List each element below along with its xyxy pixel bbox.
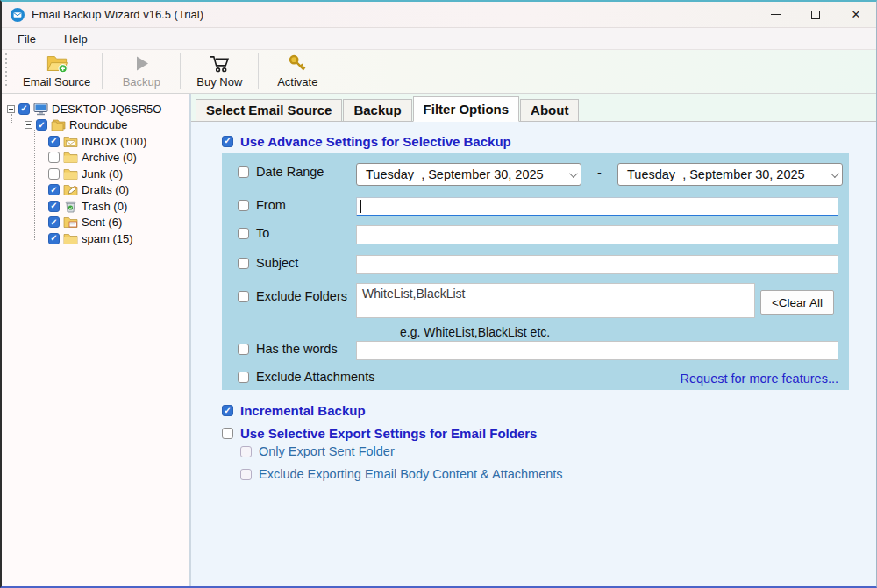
folder-icon	[63, 232, 78, 245]
tree-folder-row[interactable]: Trash (0)	[48, 198, 189, 215]
date-range-separator: -	[597, 166, 602, 180]
exclude-body-label: Exclude Exporting Email Body Content & A…	[259, 467, 563, 481]
to-input[interactable]	[356, 225, 838, 244]
has-words-checkbox[interactable]	[238, 344, 249, 355]
date-from-dropdown[interactable]: Tuesday , September 30, 2025	[356, 163, 581, 186]
folder-label[interactable]: INBOX (100)	[82, 135, 146, 148]
toolbar-grip	[4, 53, 11, 89]
date-to-dropdown[interactable]: Tuesday , September 30, 2025	[617, 163, 843, 186]
tree-folder-row[interactable]: Drafts (0)	[48, 182, 189, 199]
toolbar: Email Source Backup Buy Now Activate	[2, 50, 876, 94]
tab-filter-options[interactable]: Filter Options	[413, 96, 520, 122]
folder-label[interactable]: Junk (0)	[82, 167, 123, 181]
advance-settings-label: Use Advance Settings for Selective Backu…	[240, 134, 511, 149]
folder-icon	[63, 167, 78, 181]
menu-file[interactable]: File	[14, 31, 39, 47]
exclude-attachments-checkbox[interactable]	[238, 372, 249, 383]
tree-folder-row[interactable]: Archive (0)	[48, 150, 189, 166]
collapse-icon[interactable]	[7, 105, 15, 113]
collapse-icon[interactable]	[25, 121, 32, 129]
app-logo-icon	[11, 8, 25, 22]
computer-icon	[33, 103, 48, 116]
activate-button[interactable]: Activate	[260, 50, 335, 93]
menu-help[interactable]: Help	[61, 31, 91, 47]
only-sent-row: Only Export Sent Folder	[240, 444, 876, 458]
folder-icon	[63, 151, 78, 164]
from-input[interactable]	[356, 197, 838, 216]
tree-account-label[interactable]: Roundcube	[69, 118, 128, 131]
key-icon	[287, 53, 308, 74]
backup-button[interactable]: Backup	[103, 50, 179, 93]
subject-checkbox[interactable]	[238, 258, 249, 269]
title-bar: Email Backup Wizard v16.5 (Trial) ✕	[2, 2, 876, 28]
tab-select-email-source[interactable]: Select Email Source	[196, 99, 342, 121]
clear-all-button[interactable]: <Clear All	[760, 290, 834, 315]
to-checkbox[interactable]	[238, 228, 249, 239]
tree-folder-row[interactable]: Junk (0)	[48, 166, 189, 182]
folder-label[interactable]: Trash (0)	[82, 200, 127, 213]
has-words-input[interactable]	[356, 341, 838, 360]
close-button[interactable]: ✕	[836, 2, 876, 27]
from-checkbox[interactable]	[238, 200, 249, 211]
tree-folder-row[interactable]: Sent (6)	[48, 215, 189, 231]
exclude-folders-checkbox[interactable]	[238, 291, 249, 302]
incremental-backup-label: Incremental Backup	[240, 403, 366, 418]
sent-folder-icon	[63, 216, 78, 229]
buy-now-button[interactable]: Buy Now	[182, 50, 257, 93]
subject-input[interactable]	[356, 255, 838, 274]
tab-about[interactable]: About	[520, 99, 579, 121]
tab-backup[interactable]: Backup	[343, 99, 411, 121]
folder-checkbox[interactable]	[48, 233, 60, 244]
folder-checkbox[interactable]	[48, 136, 60, 147]
minimize-button[interactable]	[755, 2, 795, 27]
selective-export-label: Use Selective Export Settings for Email …	[240, 426, 537, 441]
advance-settings-checkbox[interactable]	[222, 136, 233, 147]
email-source-button[interactable]: Email Source	[12, 50, 101, 93]
tree-root-row[interactable]: DESKTOP-JQ6SR5O	[7, 101, 189, 117]
tree-root-label[interactable]: DESKTOP-JQ6SR5O	[52, 103, 161, 116]
folder-checkbox[interactable]	[48, 184, 60, 195]
tree-folder-row[interactable]: spam (15)	[48, 230, 189, 247]
text-caret	[360, 200, 361, 213]
has-words-label: Has the words	[256, 342, 338, 356]
folder-label[interactable]: Archive (0)	[82, 151, 137, 164]
exclude-folders-hint: e.g. WhiteList,BlackList etc.	[400, 325, 550, 339]
tree-folder-row[interactable]: INBOX (100)	[48, 133, 189, 150]
tree-root-checkbox[interactable]	[18, 103, 30, 115]
folder-label[interactable]: Drafts (0)	[82, 183, 129, 196]
trash-icon	[63, 200, 78, 213]
activate-label: Activate	[277, 75, 317, 89]
folder-label[interactable]: spam (15)	[82, 232, 133, 245]
folder-tree: DESKTOP-JQ6SR5O Roundcube	[2, 94, 191, 586]
tree-account-checkbox[interactable]	[36, 119, 47, 131]
app-window: Email Backup Wizard v16.5 (Trial) ✕ File…	[0, 0, 877, 588]
folder-checkbox[interactable]	[48, 216, 60, 228]
incremental-backup-checkbox[interactable]	[222, 405, 233, 416]
chevron-down-icon	[831, 169, 839, 178]
only-sent-checkbox[interactable]	[240, 446, 252, 457]
date-range-checkbox[interactable]	[238, 166, 249, 178]
folder-checkbox[interactable]	[48, 168, 60, 180]
play-icon	[132, 53, 151, 74]
folder-label[interactable]: Sent (6)	[82, 216, 122, 229]
tree-account-row[interactable]: Roundcube	[25, 117, 189, 134]
exclude-body-row: Exclude Exporting Email Body Content & A…	[240, 467, 876, 481]
only-sent-label: Only Export Sent Folder	[259, 444, 395, 458]
request-features-link[interactable]: Request for more features...	[680, 372, 838, 386]
folder-checkbox[interactable]	[48, 201, 60, 212]
toolbar-separator	[102, 53, 103, 89]
buy-now-label: Buy Now	[196, 75, 242, 89]
chevron-down-icon	[569, 169, 578, 178]
maximize-button[interactable]	[795, 2, 836, 27]
folder-add-icon	[44, 53, 70, 74]
folder-checkbox[interactable]	[48, 152, 60, 163]
date-range-label: Date Range	[256, 165, 324, 179]
selective-export-checkbox[interactable]	[222, 428, 233, 439]
exclude-folders-input[interactable]: WhiteList,BlackList	[356, 283, 755, 318]
advance-settings-row: Use Advance Settings for Selective Backu…	[222, 131, 876, 151]
exclude-body-checkbox[interactable]	[240, 469, 252, 480]
mail-account-icon	[51, 118, 66, 131]
inbox-folder-icon	[63, 135, 78, 148]
backup-label: Backup	[123, 75, 160, 89]
email-source-label: Email Source	[23, 75, 90, 89]
